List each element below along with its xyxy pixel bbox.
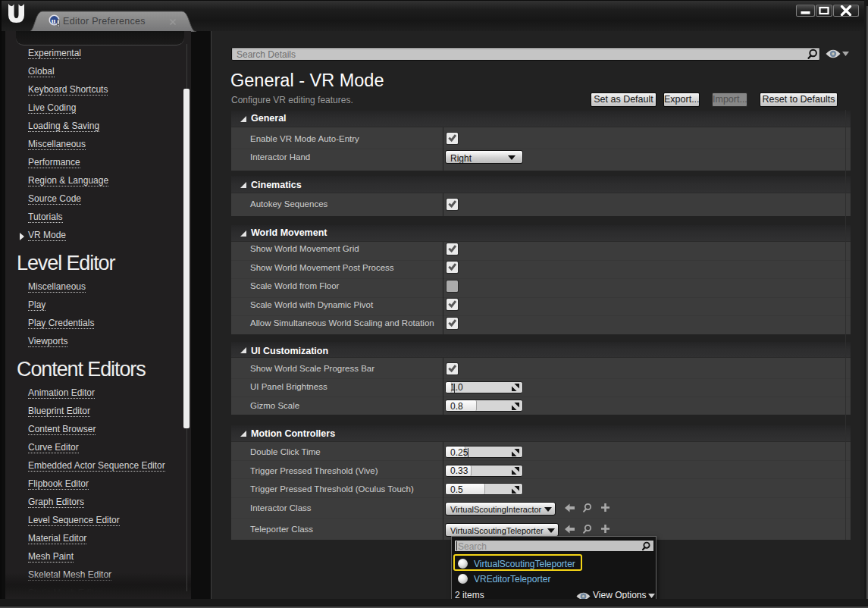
svg-text:u: u: [52, 17, 56, 25]
